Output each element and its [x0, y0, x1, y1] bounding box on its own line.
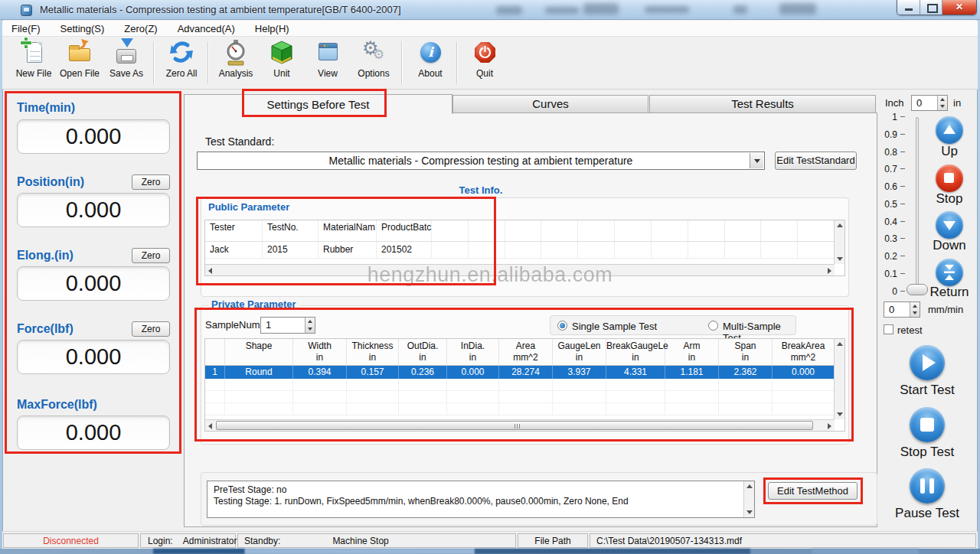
edit-teststandard-button[interactable]: Edit TestStandard	[775, 152, 857, 170]
chevron-down-icon[interactable]	[750, 153, 763, 168]
elong-label: Elong.(in)	[17, 249, 74, 262]
start-test-label: Start Test	[881, 383, 973, 398]
view-button[interactable]: View	[305, 39, 350, 86]
jog-down-button down-arrow-icon[interactable]	[936, 211, 963, 239]
analysis-button[interactable]: Analysis	[214, 39, 258, 86]
maxforce-label: MaxForce(lbf)	[17, 398, 97, 412]
menu-advanced[interactable]: Advanced(A)	[178, 23, 235, 34]
position-step-spinner[interactable]: 0	[911, 95, 948, 111]
new-file-button[interactable]: New File	[11, 39, 56, 86]
window-title: Metallic materials - Compression testing…	[40, 4, 401, 15]
elong-zero-button[interactable]: Zero	[132, 248, 170, 263]
private-table-header: Shape Widthin Thicknessin OutDia.in InDi…	[205, 339, 835, 366]
test-method-line2: Testing Stage: 1. runDown, FixSpeed5mm/m…	[214, 496, 739, 507]
tab-curves[interactable]: Curves	[452, 95, 648, 113]
jog-up-label: Up	[919, 144, 980, 159]
retest-label: retest	[897, 324, 923, 336]
private-table-hscrollbar[interactable]	[205, 419, 835, 431]
private-table-vscrollbar[interactable]	[834, 339, 844, 419]
tab-test-results[interactable]: Test Results	[649, 95, 876, 113]
unit-button[interactable]: Unit	[260, 39, 304, 86]
tab-settings-before-test[interactable]: Settings Before Test	[184, 94, 452, 114]
test-method-scrollbar[interactable]	[743, 481, 754, 517]
test-standard-label: Test Standard:	[205, 135, 274, 148]
public-table-row[interactable]: Jack 2015 Rubber 201502	[205, 242, 835, 259]
public-table-header: Tester TestNo. MaterialNam ProductBatc	[205, 220, 835, 242]
test-standard-value: Metallic materials - Compression testing…	[329, 155, 633, 167]
spinner-arrows-icon[interactable]	[937, 96, 947, 110]
options-button[interactable]: ⚙⚙ Options	[351, 39, 396, 86]
pause-test-button pause-icon[interactable]	[910, 468, 945, 503]
time-display: 0.000	[17, 119, 170, 154]
menu-bar: File(F) Setting(S) Zero(Z) Advanced(A) H…	[2, 21, 978, 37]
watermark: hengzhun.en.alibaba.com	[322, 263, 658, 287]
inch-label: Inch	[885, 97, 904, 109]
public-parameter-title: Public Parameter	[208, 201, 289, 213]
zero-all-button[interactable]: Zero All	[159, 39, 204, 86]
menu-setting[interactable]: Setting(S)	[60, 23, 105, 34]
minimize-icon[interactable]	[897, 0, 920, 15]
public-table-vscrollbar[interactable]	[834, 220, 844, 264]
caption-buttons	[897, 0, 977, 15]
quit-icon power-icon	[472, 39, 498, 67]
spinner-arrows-icon[interactable]	[305, 318, 315, 333]
position-display: 0.000	[17, 193, 170, 227]
quit-button[interactable]: Quit	[462, 39, 507, 86]
pause-test-label: Pause Test	[881, 506, 973, 521]
speed-spinner[interactable]: 0	[884, 301, 920, 318]
zero-all-icon	[168, 39, 194, 67]
open-file-button[interactable]: Open File	[57, 39, 102, 86]
samplenum-spinner[interactable]: 1	[260, 317, 315, 334]
file-path-value: C:\Test Data\20190507-134313.mdf	[590, 533, 976, 548]
stop-test-label: Stop Test	[881, 445, 973, 460]
position-label: Position(in)	[17, 175, 84, 189]
menu-help[interactable]: Help(H)	[255, 23, 289, 34]
test-info-title: Test Info.	[197, 184, 765, 196]
jog-stop-button stop-icon[interactable]	[936, 165, 963, 192]
in-unit-label: in	[953, 97, 961, 109]
file-path-label: File Path	[518, 533, 588, 548]
position-zero-button[interactable]: Zero	[132, 174, 170, 190]
force-label: Force(lbf)	[17, 322, 74, 336]
multi-sample-radio[interactable]	[708, 321, 718, 331]
test-method-line1: PreTest Stage: no	[214, 484, 739, 496]
sample-mode-panel: Single Sample Test Multi-Sample Test	[550, 315, 796, 335]
save-as-button[interactable]: Save As	[104, 39, 149, 86]
maxforce-display: 0.000	[17, 416, 170, 450]
login-status: Login:Administrator	[140, 533, 236, 548]
desktop: Metallic materials - Compression testing…	[0, 0, 980, 554]
stop-test-button stop-icon[interactable]	[910, 407, 945, 442]
menu-file[interactable]: File(F)	[11, 23, 41, 34]
options-icon gear-icon: ⚙⚙	[361, 39, 387, 67]
spinner-arrows-icon[interactable]	[910, 302, 920, 317]
jog-stop-label: Stop	[919, 191, 980, 207]
elong-display: 0.000	[17, 266, 170, 301]
close-icon[interactable]	[942, 0, 976, 15]
force-zero-button[interactable]: Zero	[132, 321, 170, 337]
maximize-icon[interactable]	[920, 0, 942, 15]
force-display: 0.000	[17, 340, 170, 374]
unit-icon	[269, 39, 295, 67]
single-sample-radio[interactable]	[557, 321, 567, 331]
retest-checkbox[interactable]	[884, 324, 893, 334]
single-sample-label: Single Sample Test	[572, 321, 657, 332]
test-method-textbox[interactable]: PreTest Stage: no Testing Stage: 1. runD…	[207, 481, 755, 518]
new-file-icon	[21, 39, 47, 67]
app-icon	[21, 5, 32, 16]
test-standard-combo[interactable]: Metallic materials - Compression testing…	[197, 152, 765, 170]
edit-testmethod-button[interactable]: Edit TestMethod	[768, 482, 858, 500]
jog-up-button up-arrow-icon[interactable]	[936, 116, 963, 144]
open-file-icon	[67, 39, 93, 67]
start-test-button play-icon[interactable]	[910, 345, 945, 380]
jog-down-label: Down	[919, 238, 980, 253]
about-icon info-icon	[417, 39, 443, 67]
status-bar: Disconnected Login:Administrator Standby…	[2, 531, 978, 549]
menu-zero[interactable]: Zero(Z)	[124, 23, 157, 34]
private-table-row-selected[interactable]: 1 Round 0.394 0.157 0.236 0.000 28.274 3…	[205, 366, 835, 379]
about-button[interactable]: About	[408, 39, 452, 86]
connection-status: Disconnected	[3, 533, 139, 548]
jog-return-button return-icon[interactable]	[936, 259, 963, 286]
samplenum-label: SampleNum	[205, 319, 260, 331]
analysis-icon	[223, 39, 249, 67]
toolbar: New File Open File Save As	[2, 37, 978, 90]
